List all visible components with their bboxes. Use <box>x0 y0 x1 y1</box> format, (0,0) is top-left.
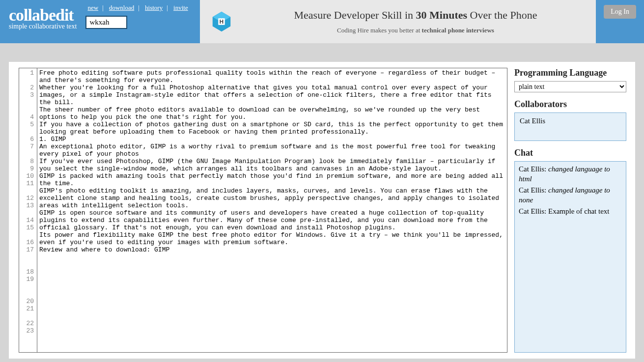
nav-area: new| download| history| invite <box>85 0 190 29</box>
chat-heading: Chat <box>514 148 626 158</box>
chat-line: Cat Ellis: Example of chat text <box>519 207 622 217</box>
code-line: 1. GIMP <box>39 136 505 143</box>
code-line: GIMP is open source software and its com… <box>39 209 505 231</box>
editor: 1 23 45 67 891011 1213 1415 1617 1819 20… <box>19 68 507 353</box>
tagline: simple collaborative text <box>9 23 77 30</box>
chat-box[interactable]: Cat Ellis: changed language to htmlCat E… <box>514 161 626 353</box>
chat-user: Cat Ellis: <box>519 165 548 173</box>
chat-msg: Example of chat text <box>548 207 610 215</box>
code-line: Whether you're looking for a full Photos… <box>39 84 505 106</box>
nav-invite[interactable]: invite <box>173 4 188 11</box>
logo: collabedit <box>9 6 77 25</box>
sidebar: Programming Language plain text Collabor… <box>507 62 635 359</box>
doc-code-input[interactable] <box>85 16 127 29</box>
login-button[interactable]: Log In <box>604 5 636 19</box>
nav-links: new| download| history| invite <box>85 4 190 12</box>
code-line: If you have a collection of photos gathe… <box>39 121 505 136</box>
coding-hire-icon: H <box>210 10 233 33</box>
nav-history[interactable]: history <box>145 4 163 11</box>
code-line: GIMP's photo editing toolkit is amazing,… <box>39 187 505 209</box>
code-line: The sheer number of free photo editors a… <box>39 106 505 121</box>
collaborator: Cat Ellis <box>520 117 621 125</box>
lang-heading: Programming Language <box>514 68 626 78</box>
code-line: An exceptional photo editor, GIMP is a w… <box>39 143 505 158</box>
code-line: Free photo editing software puts profess… <box>39 69 505 84</box>
ad-banner[interactable]: H Measure Developer Skill in 30 Minutes … <box>200 0 596 43</box>
line-gutter: 1 23 45 67 891011 1213 1415 1617 1819 20… <box>19 68 37 352</box>
banner-title: Measure Developer Skill in 30 Minutes Ov… <box>245 9 587 22</box>
chat-user: Cat Ellis: <box>519 186 548 194</box>
chat-line: Cat Ellis: changed language to none <box>519 186 622 205</box>
banner-subtitle: Coding Hire makes you better at technica… <box>245 27 587 34</box>
nav-download[interactable]: download <box>109 4 134 11</box>
code-line: Its power and flexibility make GIMP the … <box>39 231 505 246</box>
nav-new[interactable]: new <box>87 4 98 11</box>
code-area[interactable]: Free photo editing software puts profess… <box>37 68 507 352</box>
language-select[interactable]: plain text <box>514 81 626 92</box>
collaborators-box: Cat Ellis <box>514 112 626 141</box>
code-line: If you've ever used Photoshop, GIMP (the… <box>39 158 505 172</box>
code-line: Review and where to download: GIMP <box>39 246 505 253</box>
main: 1 23 45 67 891011 1213 1415 1617 1819 20… <box>9 62 635 359</box>
code-line: GIMP is packed with amazing tools that p… <box>39 172 505 187</box>
login-area: Log In <box>596 0 644 43</box>
svg-text:H: H <box>220 19 224 25</box>
chat-user: Cat Ellis: <box>519 207 548 215</box>
chat-line: Cat Ellis: changed language to html <box>519 165 622 184</box>
banner-text: Measure Developer Skill in 30 Minutes Ov… <box>245 9 587 34</box>
logo-area: collabedit simple collaborative text <box>0 0 85 30</box>
collab-heading: Collaborators <box>514 99 626 110</box>
header: collabedit simple collaborative text new… <box>0 0 644 43</box>
